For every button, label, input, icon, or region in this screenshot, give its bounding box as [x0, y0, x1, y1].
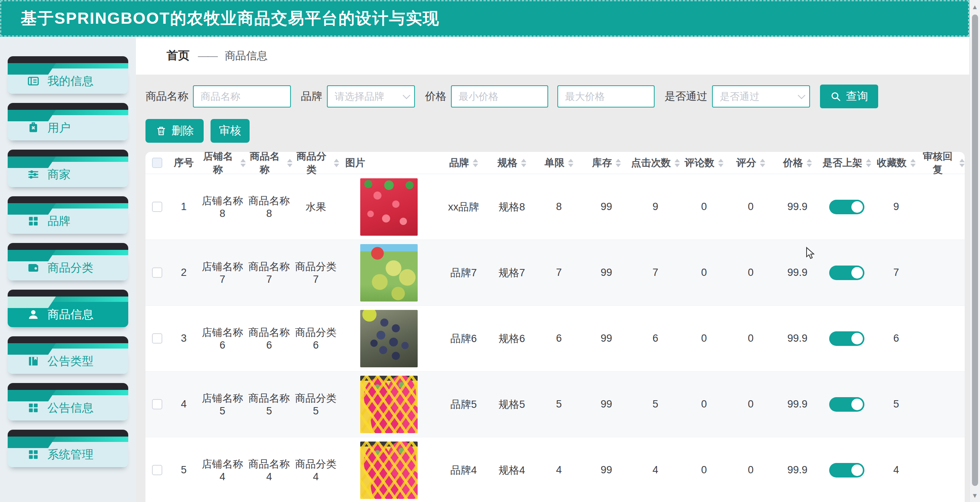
col-image: 图片 — [339, 156, 439, 170]
cell-stock: 99 — [583, 464, 630, 476]
breadcrumb: 首页 —— 商品信息 — [136, 37, 969, 75]
scroll-up-arrow[interactable]: ▲ — [970, 4, 980, 10]
sidebar-item-brands[interactable]: 品牌 — [8, 196, 128, 234]
cell-price: 99.9 — [774, 201, 821, 213]
id-card-icon — [27, 75, 40, 88]
audit-button[interactable]: 审核 — [211, 119, 250, 143]
on-shelf-toggle[interactable] — [829, 463, 864, 478]
brand-select[interactable] — [327, 85, 415, 108]
cell-rating: 0 — [727, 464, 774, 476]
sidebar-item-label: 用户 — [47, 120, 70, 136]
on-shelf-toggle[interactable] — [829, 331, 864, 346]
grid-icon — [27, 448, 40, 461]
row-checkbox[interactable] — [152, 202, 162, 212]
person-icon — [27, 308, 40, 321]
col-spec[interactable]: 规格 — [488, 156, 535, 170]
col-audit-reply[interactable]: 审核回复 — [920, 152, 965, 176]
nav-stripe — [8, 110, 128, 115]
nav-top-bar — [8, 336, 128, 343]
col-comments[interactable]: 评论数 — [681, 156, 727, 170]
col-stock[interactable]: 库存 — [583, 156, 630, 170]
sliders-icon — [27, 168, 40, 181]
nav-top-bar — [8, 290, 128, 297]
product-name-input[interactable] — [193, 85, 291, 108]
row-checkbox[interactable] — [152, 333, 162, 344]
cell-brand: 品牌7 — [439, 266, 488, 280]
col-favorites[interactable]: 收藏数 — [873, 156, 920, 170]
sort-icons[interactable] — [240, 159, 246, 167]
sort-icons[interactable] — [718, 159, 724, 167]
sort-icons[interactable] — [807, 159, 812, 167]
nav-stripe — [8, 343, 128, 349]
table-header-row: 序号 店铺名称 商品名称 商品分类 图片 品牌 规格 单限 库存 点击次数 评论… — [145, 152, 965, 174]
col-category[interactable]: 商品分类 — [292, 152, 339, 176]
cell-shop: 店铺名称5 — [199, 391, 246, 417]
query-button[interactable]: 查询 — [820, 85, 878, 108]
cell-stock: 99 — [583, 332, 630, 344]
sort-icons[interactable] — [910, 159, 916, 167]
sidebar-item-label: 系统管理 — [47, 447, 93, 463]
on-shelf-toggle[interactable] — [829, 266, 864, 280]
nav-stripe — [8, 437, 128, 442]
sidebar-item-announcement-info[interactable]: 公告信息 — [8, 383, 128, 421]
table-row: 2 店铺名称7 商品名称7 商品分类7 品牌7 规格7 7 99 7 0 0 9… — [145, 240, 965, 306]
sort-icons[interactable] — [675, 159, 680, 167]
cell-rating: 0 — [727, 398, 774, 410]
scroll-down-arrow[interactable]: ▼ — [970, 492, 980, 499]
products-table: 序号 店铺名称 商品名称 商品分类 图片 品牌 规格 单限 库存 点击次数 评论… — [145, 152, 965, 502]
sort-icons[interactable] — [866, 159, 871, 167]
cell-rating: 0 — [727, 332, 774, 344]
vertical-scrollbar[interactable]: ▲ ▼ — [969, 0, 980, 502]
row-checkbox[interactable] — [152, 399, 162, 409]
row-checkbox[interactable] — [152, 465, 162, 475]
sort-icons[interactable] — [568, 159, 573, 167]
nav-stripe — [8, 390, 128, 395]
sidebar-item-product-categories[interactable]: 商品分类 — [8, 243, 128, 280]
cell-price: 99.9 — [774, 267, 821, 279]
sidebar-item-announcement-types[interactable]: 公告类型 — [8, 336, 128, 374]
col-brand[interactable]: 品牌 — [439, 156, 488, 170]
sort-icons[interactable] — [616, 159, 621, 167]
breadcrumb-home[interactable]: 首页 — [167, 48, 189, 64]
col-on-shelf[interactable]: 是否上架 — [821, 156, 873, 170]
col-limit[interactable]: 单限 — [535, 156, 583, 170]
col-price[interactable]: 价格 — [774, 156, 821, 170]
sort-icons[interactable] — [959, 159, 965, 167]
cell-brand: 品牌6 — [439, 332, 488, 346]
min-price-input[interactable] — [451, 85, 548, 108]
sort-icons[interactable] — [473, 159, 478, 167]
sidebar-item-merchants[interactable]: 商家 — [8, 150, 128, 187]
pass-select[interactable] — [712, 85, 810, 108]
col-name[interactable]: 商品名称 — [246, 152, 292, 176]
col-clicks[interactable]: 点击次数 — [630, 156, 681, 170]
sort-icons[interactable] — [334, 159, 339, 167]
delete-button[interactable]: 删除 — [145, 119, 204, 143]
grid-icon — [27, 215, 40, 228]
col-rating[interactable]: 评分 — [727, 156, 774, 170]
sort-icons[interactable] — [760, 159, 765, 167]
sidebar-item-label: 公告类型 — [47, 354, 93, 369]
cell-shop: 店铺名称4 — [199, 457, 246, 483]
sidebar-item-users[interactable]: 用户 — [8, 103, 128, 140]
sidebar-item-product-info[interactable]: 商品信息 — [8, 290, 128, 327]
cell-brand: xx品牌 — [439, 200, 488, 214]
sidebar-item-my-info[interactable]: 我的信息 — [8, 56, 128, 94]
cell-price: 99.9 — [774, 398, 821, 410]
on-shelf-toggle[interactable] — [829, 397, 864, 412]
sort-icons[interactable] — [287, 159, 292, 167]
select-all-checkbox[interactable] — [152, 158, 162, 168]
sort-icons[interactable] — [521, 159, 526, 167]
scrollbar-thumb[interactable] — [972, 15, 978, 486]
col-index[interactable]: 序号 — [168, 156, 199, 170]
max-price-input[interactable] — [557, 85, 655, 108]
row-checkbox[interactable] — [152, 267, 162, 278]
col-shop[interactable]: 店铺名称 — [199, 152, 246, 176]
sidebar-item-system-management[interactable]: 系统管理 — [8, 430, 128, 467]
nav-top-bar — [8, 103, 128, 110]
product-image — [360, 244, 418, 302]
cell-clicks: 5 — [630, 398, 681, 410]
on-shelf-toggle[interactable] — [829, 200, 864, 214]
cell-clicks: 7 — [630, 267, 681, 279]
cell-favorites: 9 — [873, 201, 920, 213]
grid-icon — [27, 401, 40, 414]
